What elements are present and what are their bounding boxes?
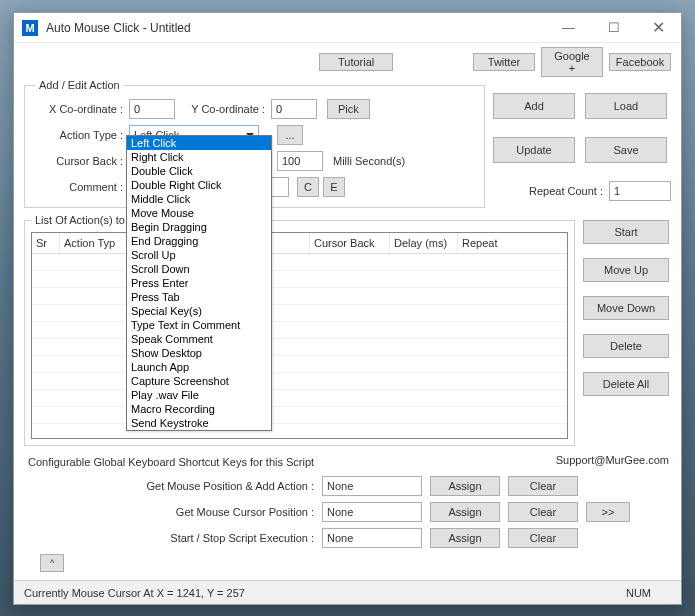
dropdown-option[interactable]: Press Tab bbox=[127, 290, 271, 304]
actions-legend: List Of Action(s) to bbox=[31, 214, 129, 226]
statusbar: Currently Mouse Cursor At X = 1241, Y = … bbox=[14, 580, 681, 604]
dropdown-option[interactable]: Double Click bbox=[127, 164, 271, 178]
shortcut3-label: Start / Stop Script Execution : bbox=[24, 532, 314, 544]
add-edit-legend: Add / Edit Action bbox=[35, 79, 124, 91]
dropdown-option[interactable]: Press Enter bbox=[127, 276, 271, 290]
dropdown-option[interactable]: Launch App bbox=[127, 360, 271, 374]
facebook-button[interactable]: Facebook bbox=[609, 53, 671, 71]
shortcut2-assign[interactable]: Assign bbox=[430, 502, 500, 522]
status-num: NUM bbox=[626, 587, 651, 599]
titlebar: M Auto Mouse Click - Untitled — ☐ ✕ bbox=[14, 13, 681, 43]
c-button[interactable]: C bbox=[297, 177, 319, 197]
table-header: Sr Action Typ Cursor Back Delay (ms) Rep… bbox=[32, 233, 567, 254]
actions-fieldset: List Of Action(s) to Sr Action Typ Curso… bbox=[24, 214, 575, 446]
app-window: M Auto Mouse Click - Untitled — ☐ ✕ Tuto… bbox=[13, 12, 682, 605]
movedown-button[interactable]: Move Down bbox=[583, 296, 669, 320]
table-row[interactable] bbox=[32, 373, 567, 390]
y-label: Y Co-ordinate : bbox=[181, 103, 265, 115]
dropdown-option[interactable]: Show Desktop bbox=[127, 346, 271, 360]
dropdown-option[interactable]: Scroll Up bbox=[127, 248, 271, 262]
action-type-dropdown[interactable]: Left ClickRight ClickDouble ClickDouble … bbox=[126, 135, 272, 431]
y-input[interactable] bbox=[271, 99, 317, 119]
update-button[interactable]: Update bbox=[493, 137, 575, 163]
shortcut1-input[interactable] bbox=[322, 476, 422, 496]
top-row: Tutorial Twitter Google + Facebook bbox=[24, 47, 671, 77]
ellipsis-button[interactable]: ... bbox=[277, 125, 303, 145]
table-row[interactable] bbox=[32, 271, 567, 288]
moveup-button[interactable]: Move Up bbox=[583, 258, 669, 282]
cursor-back-label: Cursor Back : bbox=[35, 155, 123, 167]
repeat-input[interactable] bbox=[609, 181, 671, 201]
status-text: Currently Mouse Cursor At X = 1241, Y = … bbox=[24, 587, 245, 599]
save-button[interactable]: Save bbox=[585, 137, 667, 163]
add-button[interactable]: Add bbox=[493, 93, 575, 119]
close-button[interactable]: ✕ bbox=[636, 14, 681, 42]
col-delay[interactable]: Delay (ms) bbox=[390, 233, 458, 253]
x-label: X Co-ordinate : bbox=[35, 103, 123, 115]
table-row[interactable] bbox=[32, 288, 567, 305]
table-row[interactable] bbox=[32, 356, 567, 373]
col-action[interactable]: Action Typ bbox=[60, 233, 130, 253]
caret-button[interactable]: ^ bbox=[40, 554, 64, 572]
google-button[interactable]: Google + bbox=[541, 47, 603, 77]
shortcut2-label: Get Mouse Cursor Position : bbox=[24, 506, 314, 518]
dropdown-option[interactable]: Right Click bbox=[127, 150, 271, 164]
twitter-button[interactable]: Twitter bbox=[473, 53, 535, 71]
dropdown-option[interactable]: Begin Dragging bbox=[127, 220, 271, 234]
delay-input[interactable] bbox=[277, 151, 323, 171]
action-type-label: Action Type : bbox=[35, 129, 123, 141]
right-buttons: Add Load Update Save Repeat Count : bbox=[493, 79, 671, 214]
x-input[interactable] bbox=[129, 99, 175, 119]
dropdown-option[interactable]: Double Right Click bbox=[127, 178, 271, 192]
dropdown-option[interactable]: End Dragging bbox=[127, 234, 271, 248]
table-row[interactable] bbox=[32, 390, 567, 407]
tutorial-button[interactable]: Tutorial bbox=[319, 53, 393, 71]
shortcut3-clear[interactable]: Clear bbox=[508, 528, 578, 548]
table-row[interactable] bbox=[32, 407, 567, 424]
pick-button[interactable]: Pick bbox=[327, 99, 370, 119]
dropdown-option[interactable]: Type Text in Comment bbox=[127, 318, 271, 332]
table-row[interactable] bbox=[32, 254, 567, 271]
shortcut1-assign[interactable]: Assign bbox=[430, 476, 500, 496]
col-repeat[interactable]: Repeat bbox=[458, 233, 567, 253]
more-button[interactable]: >> bbox=[586, 502, 630, 522]
dropdown-option[interactable]: Special Key(s) bbox=[127, 304, 271, 318]
shortcut2-clear[interactable]: Clear bbox=[508, 502, 578, 522]
dropdown-option[interactable]: Send Keystroke bbox=[127, 416, 271, 430]
col-cursor[interactable]: Cursor Back bbox=[310, 233, 390, 253]
dropdown-option[interactable]: Scroll Down bbox=[127, 262, 271, 276]
minimize-button[interactable]: — bbox=[546, 14, 591, 42]
content-area: Tutorial Twitter Google + Facebook Add /… bbox=[14, 43, 681, 578]
table-row[interactable] bbox=[32, 322, 567, 339]
support-link[interactable]: Support@MurGee.com bbox=[556, 454, 669, 466]
list-action-buttons: Start Move Up Move Down Delete Delete Al… bbox=[583, 214, 671, 452]
upper-section: Add / Edit Action X Co-ordinate : Y Co-o… bbox=[24, 79, 671, 214]
window-title: Auto Mouse Click - Untitled bbox=[46, 21, 546, 35]
comment-label: Comment : bbox=[35, 181, 123, 193]
dropdown-option[interactable]: Macro Recording bbox=[127, 402, 271, 416]
dropdown-option[interactable]: Capture Screenshot bbox=[127, 374, 271, 388]
table-row[interactable] bbox=[32, 339, 567, 356]
e-button[interactable]: E bbox=[323, 177, 345, 197]
dropdown-option[interactable]: Move Mouse bbox=[127, 206, 271, 220]
table-row[interactable] bbox=[32, 305, 567, 322]
app-icon: M bbox=[22, 20, 38, 36]
table-body bbox=[32, 254, 567, 424]
shortcut1-clear[interactable]: Clear bbox=[508, 476, 578, 496]
delete-button[interactable]: Delete bbox=[583, 334, 669, 358]
start-button[interactable]: Start bbox=[583, 220, 669, 244]
shortcut-section: Configurable Global Keyboard Shortcut Ke… bbox=[24, 456, 671, 572]
deleteall-button[interactable]: Delete All bbox=[583, 372, 669, 396]
shortcut3-assign[interactable]: Assign bbox=[430, 528, 500, 548]
col-sr[interactable]: Sr bbox=[32, 233, 60, 253]
dropdown-option[interactable]: Play .wav File bbox=[127, 388, 271, 402]
shortcut2-input[interactable] bbox=[322, 502, 422, 522]
dropdown-option[interactable]: Left Click bbox=[127, 136, 271, 150]
list-section: List Of Action(s) to Sr Action Typ Curso… bbox=[24, 214, 671, 452]
load-button[interactable]: Load bbox=[585, 93, 667, 119]
dropdown-option[interactable]: Speak Comment bbox=[127, 332, 271, 346]
maximize-button[interactable]: ☐ bbox=[591, 14, 636, 42]
dropdown-option[interactable]: Middle Click bbox=[127, 192, 271, 206]
shortcut3-input[interactable] bbox=[322, 528, 422, 548]
actions-list[interactable]: Sr Action Typ Cursor Back Delay (ms) Rep… bbox=[31, 232, 568, 439]
